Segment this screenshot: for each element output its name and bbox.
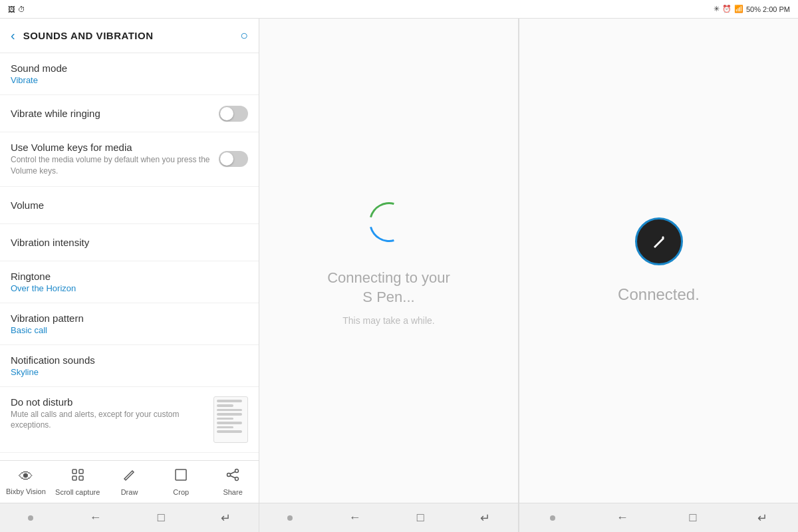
vibration-pattern-title: Vibration pattern <box>11 313 248 324</box>
sound-mode-title: Sound mode <box>11 63 248 74</box>
connecting-spinner <box>362 196 416 249</box>
scroll-capture-label: Scroll capture <box>55 488 100 496</box>
svg-rect-3 <box>79 476 83 480</box>
connected-title: Connected. <box>618 285 700 304</box>
svg-point-5 <box>235 469 239 473</box>
status-bar: 🖼 ⏱ ✳ ⏰ 📶 50% 2:00 PM <box>0 0 798 19</box>
vibrate-ringing-title: Vibrate while ringing <box>11 108 219 119</box>
status-left-icons: 🖼 ⏱ <box>8 5 25 13</box>
svg-line-9 <box>230 475 235 478</box>
setting-vibration-intensity[interactable]: Vibration intensity <box>0 224 259 261</box>
settings-header: ‹ SOUNDS AND VIBRATION ○ <box>0 19 259 53</box>
vibration-intensity-title: Vibration intensity <box>11 237 248 248</box>
draw-icon <box>122 467 136 486</box>
nav-home-1[interactable]: □ <box>158 511 165 525</box>
setting-vibrate-ringing[interactable]: Vibrate while ringing <box>0 95 259 132</box>
settings-list: Sound mode Vibrate Vibrate while ringing… <box>0 53 259 460</box>
nav-home-2[interactable]: □ <box>417 511 424 525</box>
nav-recent-2[interactable]: ↵ <box>480 511 490 525</box>
volume-title: Volume <box>11 200 248 211</box>
status-right-info: ✳ ⏰ 📶 50% 2:00 PM <box>714 5 790 13</box>
crop-icon <box>174 467 188 486</box>
nav-home-3[interactable]: □ <box>689 511 696 525</box>
svg-rect-1 <box>79 469 83 473</box>
toolbar-crop[interactable]: Crop <box>155 467 207 496</box>
setting-volume[interactable]: Volume <box>0 187 259 224</box>
connecting-title: Connecting to yourS Pen... <box>327 269 450 307</box>
share-icon <box>225 467 240 486</box>
bixby-vision-icon: 👁 <box>19 468 33 485</box>
setting-vibration-pattern[interactable]: Vibration pattern Basic call <box>0 303 259 345</box>
nav-dot-1 <box>28 515 33 521</box>
toolbar-scroll-capture[interactable]: Scroll capture <box>52 467 104 496</box>
timer-icon: ⏱ <box>18 5 25 13</box>
svg-rect-0 <box>72 469 76 473</box>
spen-bottom-nav: ← □ ↵ <box>259 503 518 532</box>
nav-dot-3 <box>550 515 555 521</box>
svg-rect-2 <box>72 476 76 480</box>
system-section-label: SYSTEM <box>0 453 259 460</box>
spen-connecting-panel: Connecting to yourS Pen... This may take… <box>259 19 519 532</box>
bottom-toolbar: 👁 Bixby Vision Scroll capture <box>0 460 259 503</box>
volume-keys-desc: Control the media volume by default when… <box>11 154 219 177</box>
bluetooth-icon: ✳ <box>714 5 720 13</box>
svg-point-7 <box>235 477 239 481</box>
setting-notification-sounds[interactable]: Notification sounds Skyline <box>0 345 259 387</box>
settings-title: SOUNDS AND VIBRATION <box>23 30 240 41</box>
crop-label: Crop <box>173 488 189 496</box>
toolbar-bixby-vision[interactable]: 👁 Bixby Vision <box>0 468 52 495</box>
svg-rect-4 <box>176 469 186 480</box>
ringtone-value: Over the Horizon <box>11 283 248 293</box>
share-label: Share <box>223 488 242 496</box>
dnd-desc: Mute all calls and alerts, except for yo… <box>11 409 213 432</box>
connected-panel: Connected. ← □ ↵ <box>519 19 798 532</box>
bixby-vision-label: Bixby Vision <box>6 487 46 495</box>
notification-sounds-title: Notification sounds <box>11 354 248 366</box>
scroll-capture-icon <box>70 467 85 486</box>
battery-percent: 50% 2:00 PM <box>746 5 790 13</box>
setting-do-not-disturb[interactable]: Do not disturb Mute all calls and alerts… <box>0 387 259 453</box>
setting-volume-keys[interactable]: Use Volume keys for media Control the me… <box>0 132 259 187</box>
alarm-icon: ⏰ <box>722 5 732 13</box>
photo-icon: 🖼 <box>8 5 15 13</box>
back-button[interactable]: ‹ <box>11 28 15 43</box>
dnd-thumbnail <box>213 396 248 443</box>
toolbar-share[interactable]: Share <box>207 467 259 496</box>
spinner-arc-blue <box>362 195 416 249</box>
vibration-pattern-value: Basic call <box>11 325 248 335</box>
connected-icon-circle <box>635 217 683 265</box>
nav-back-2[interactable]: ← <box>348 511 360 525</box>
signal-icon: 📶 <box>734 5 743 13</box>
connected-content: Connected. <box>519 19 798 503</box>
volume-keys-toggle[interactable] <box>219 151 248 167</box>
settings-bottom-nav: ← □ ↵ <box>0 503 259 532</box>
notification-sounds-value: Skyline <box>11 367 248 377</box>
nav-recent-3[interactable]: ↵ <box>757 511 767 525</box>
draw-label: Draw <box>121 488 138 496</box>
setting-ringtone[interactable]: Ringtone Over the Horizon <box>0 261 259 303</box>
nav-dot-2 <box>287 515 293 521</box>
connecting-subtitle: This may take a while. <box>342 315 435 326</box>
svg-line-8 <box>230 471 235 474</box>
ringtone-title: Ringtone <box>11 271 248 282</box>
setting-sound-mode[interactable]: Sound mode Vibrate <box>0 53 259 95</box>
dnd-title: Do not disturb <box>11 396 213 408</box>
sound-mode-value: Vibrate <box>11 75 248 85</box>
nav-back-3[interactable]: ← <box>616 511 628 525</box>
vibrate-ringing-toggle[interactable] <box>219 106 248 122</box>
svg-point-6 <box>227 473 231 477</box>
nav-recent-1[interactable]: ↵ <box>221 511 231 525</box>
volume-keys-title: Use Volume keys for media <box>11 142 219 153</box>
connected-bottom-nav: ← □ ↵ <box>519 503 798 532</box>
spen-connecting-content: Connecting to yourS Pen... This may take… <box>259 19 518 503</box>
search-button[interactable]: ○ <box>240 28 248 43</box>
nav-back-1[interactable]: ← <box>89 511 101 525</box>
toolbar-draw[interactable]: Draw <box>104 467 156 496</box>
settings-panel: ‹ SOUNDS AND VIBRATION ○ Sound mode Vibr… <box>0 19 259 532</box>
pencil-svg-icon <box>648 231 670 252</box>
main-panels: ‹ SOUNDS AND VIBRATION ○ Sound mode Vibr… <box>0 19 798 532</box>
